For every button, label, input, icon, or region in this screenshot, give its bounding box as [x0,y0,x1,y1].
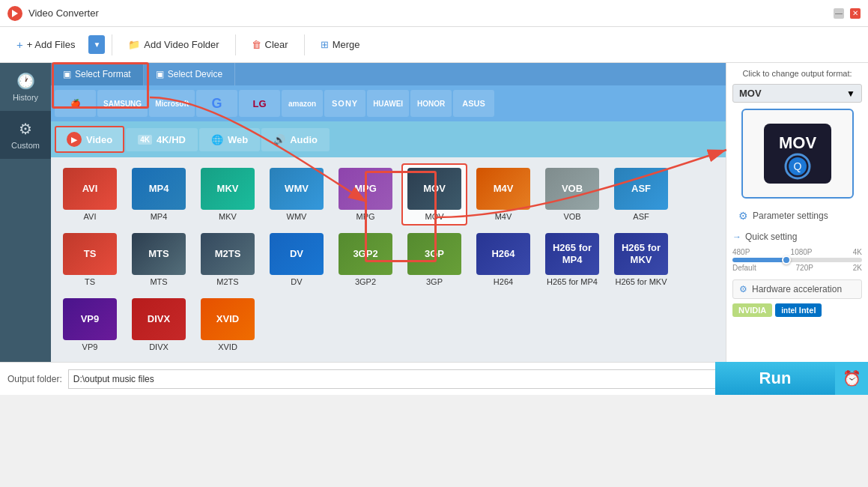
format-item-mts[interactable]: MTSMTS [126,229,192,291]
format-thumb-asf: ASF [614,168,668,210]
brand-huawei[interactable]: HUAWEI [367,90,409,117]
format-item-vob[interactable]: VOBVOB [539,163,605,226]
select-format-tab[interactable]: ▣ Select Format [51,63,144,85]
format-item-mkv[interactable]: MKVMKV [195,163,261,226]
quality-slider[interactable] [732,258,862,262]
format-device-bar: ▣ Select Format ▣ Select Device [51,63,726,85]
brand-honor[interactable]: HONOR [410,90,452,117]
intel-badge[interactable]: intel Intel [775,303,822,317]
format-select-arrow: ▼ [846,88,855,99]
brand-asus[interactable]: ASUS [453,90,494,117]
close-button[interactable]: ✕ [850,8,861,19]
format-item-divx[interactable]: DIVXDIVX [126,294,192,356]
format-thumb-m2ts: M2TS [201,233,255,275]
quality-slider-container: 480P 1080P 4K Default 720P 2K [732,245,862,275]
alarm-icon: ⏰ [843,369,861,387]
merge-button[interactable]: ⊞ Merge [312,34,369,55]
format-item-mp4[interactable]: MP4MP4 [126,163,192,226]
format-item-3gp2[interactable]: 3GP23GP2 [333,229,398,291]
param-settings-icon: ⚙ [738,210,748,222]
format-thumb-vob: VOB [545,168,599,210]
parameter-settings-label: Parameter settings [753,211,828,221]
history-icon: 🕐 [16,72,35,90]
format-label-vp9: VP9 [82,342,98,351]
format-item-h265mkv[interactable]: H265 for MKVH265 for MKV [608,229,674,291]
sidebar-item-history[interactable]: 🕐 History [0,63,51,111]
label-720p: 720P [796,264,813,272]
change-format-label: Click to change output format: [732,69,862,78]
format-thumb-h264: H264 [476,233,530,275]
label-default: Default [732,264,756,272]
format-label-m2ts: M2TS [216,277,238,286]
add-files-icon: + [16,38,23,51]
run-button[interactable]: Run [715,362,835,395]
custom-icon: ⚙ [19,120,32,138]
alarm-button[interactable]: ⏰ [835,362,868,395]
parameter-settings-button[interactable]: ⚙ Parameter settings [732,206,862,226]
select-device-tab[interactable]: ▣ Select Device [144,63,235,85]
minimize-button[interactable]: — [834,8,844,19]
format-item-m4v[interactable]: M4VM4V [470,163,536,226]
format-item-h265mp4[interactable]: H265 for MP4H265 for MP4 [539,229,605,291]
quick-setting-label: → Quick setting [732,232,862,242]
brand-microsoft[interactable]: Microsoft [149,90,195,117]
right-panel: Click to change output format: MOV ▼ MOV… [726,63,868,362]
format-label-m4v: M4V [495,212,512,221]
output-format-icon: MOV Q [741,109,854,199]
output-folder-input[interactable] [68,369,782,389]
brand-lg[interactable]: LG [239,90,280,117]
category-4k[interactable]: 4K 4K/HD [126,128,198,151]
brand-google[interactable]: G [196,90,237,117]
format-label-mov: MOV [425,212,443,221]
clear-button[interactable]: 🗑 Clear [243,34,297,55]
clear-icon: 🗑 [252,39,261,50]
format-item-h264[interactable]: H264H264 [470,229,536,291]
add-video-folder-label: Add Video Folder [144,39,219,50]
sep3 [304,34,305,55]
hardware-acceleration-button[interactable]: ⚙ Hardware acceleration [732,279,862,299]
category-bar: ▶ Video 4K 4K/HD 🌐 Web 🔊 Audio [51,121,726,157]
format-item-avi[interactable]: AVIAVI [57,163,123,226]
format-item-wmv[interactable]: WMVWMV [264,163,330,226]
format-item-ts[interactable]: TSTS [57,229,123,291]
sep2 [235,34,236,55]
format-item-mov[interactable]: MOVMOV [401,163,467,226]
format-label-wmv: WMV [287,212,307,221]
format-thumb-avi: AVI [63,168,117,210]
format-item-3gp[interactable]: 3GP3GP [401,229,467,291]
output-format-select[interactable]: MOV ▼ [732,84,862,103]
format-item-vp9[interactable]: VP9VP9 [57,294,123,356]
add-files-dropdown[interactable]: ▼ [88,35,105,54]
format-label-ts: TS [85,277,95,286]
brand-sony[interactable]: SONY [324,90,365,117]
merge-icon: ⊞ [321,39,329,50]
output-format-name: MOV [739,88,762,99]
format-thumb-vp9: VP9 [63,298,117,340]
format-item-m2ts[interactable]: M2TSM2TS [195,229,261,291]
format-item-dv[interactable]: DVDV [264,229,330,291]
format-item-mpg[interactable]: MPGMPG [333,163,398,226]
format-grid: AVIAVIMP4MP4MKVMKVWMVWMVMPGMPGMOVMOVM4VM… [51,157,726,362]
nvidia-badge[interactable]: NVIDIA [732,303,772,317]
format-label-h265mp4: H265 for MP4 [547,277,598,286]
category-web[interactable]: 🌐 Web [199,128,260,151]
label-480p: 480P [732,248,750,256]
format-item-asf[interactable]: ASFASF [608,163,674,226]
sidebar-item-custom[interactable]: ⚙ Custom [0,111,51,159]
add-video-folder-button[interactable]: 📁 Add Video Folder [119,34,228,55]
brand-samsung[interactable]: SAMSUNG [97,90,148,117]
app-icon [7,6,22,21]
svg-text:MOV: MOV [778,133,816,152]
category-video[interactable]: ▶ Video [55,126,124,153]
audio-cat-icon: 🔊 [273,134,285,145]
format-item-xvid[interactable]: XVIDXVID [195,294,261,356]
add-files-button[interactable]: + + Add Files [7,34,84,55]
category-audio[interactable]: 🔊 Audio [261,128,330,151]
brand-amazon[interactable]: amazon [282,90,323,117]
format-thumb-mpg: MPG [339,168,392,210]
brand-apple[interactable]: 🍎 [55,90,96,117]
format-thumb-3gp2: 3GP2 [339,233,392,275]
format-thumb-xvid: XVID [201,298,255,340]
format-thumb-mov: MOV [407,168,461,210]
format-label-asf: ASF [633,212,649,221]
